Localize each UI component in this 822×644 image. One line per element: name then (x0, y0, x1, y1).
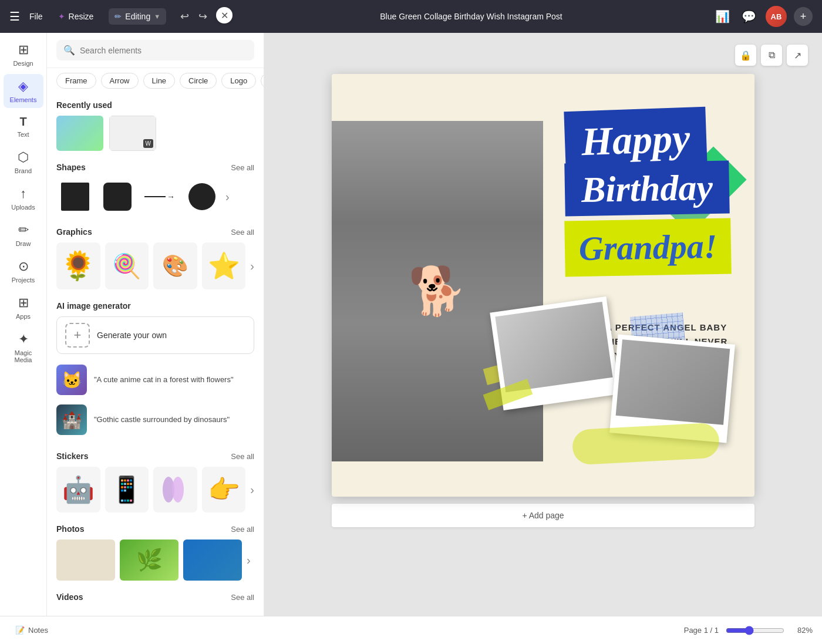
editing-button[interactable]: ✏ Editing ▼ (109, 8, 166, 25)
graphics-section: Graphics See all 🌻 🍭 🎨 ⭐ › (47, 222, 264, 296)
birthday-rect: Birthday (564, 161, 729, 217)
sidebar-item-magic-media[interactable]: ✦ Magic Media (4, 327, 43, 368)
dog-photo[interactable]: 🐕 (332, 121, 543, 461)
w-badge: W (143, 139, 153, 148)
graphic-star[interactable]: ⭐ (202, 242, 246, 289)
sticker-phone[interactable]: 📱 (105, 467, 149, 512)
footer-right: Page 1 / 1 82% (684, 626, 813, 635)
ai-header: AI image generator (56, 301, 254, 311)
magic-icon: ✦ (18, 332, 29, 347)
shapes-see-all[interactable]: See all (231, 163, 254, 172)
chat-icon[interactable]: 💬 (739, 7, 759, 26)
shape-arrow-line[interactable]: → (141, 178, 178, 215)
filter-tags-more[interactable]: › (261, 73, 264, 89)
filter-tag-line[interactable]: Line (143, 73, 176, 89)
happy-birthday-block[interactable]: Happy Birthday Grandpa! (565, 109, 731, 275)
filter-tag-logo[interactable]: Logo (221, 73, 256, 89)
ai-generate-button[interactable]: + Generate your own (56, 316, 254, 354)
search-input[interactable] (80, 46, 247, 55)
ai-prompt-castle[interactable]: 🏰 "Gothic castle surrounded by dinosaurs… (56, 400, 254, 440)
canvas-frame[interactable]: 🐕 Happy Birthday Grandpa! YOU AR (332, 74, 754, 497)
recently-used-row: W (56, 116, 254, 151)
graphic-sunflower[interactable]: 🌻 (56, 242, 100, 289)
resize-button[interactable]: ✦ Resize (52, 8, 100, 25)
uploads-icon: ↑ (20, 186, 26, 201)
ai-prompt-cat[interactable]: 🐱 "A cute anime cat in a forest with flo… (56, 360, 254, 400)
recent-item-white[interactable]: W (109, 116, 156, 151)
main-content: ⊞ Design ◈ Elements T Text ⬡ Brand ↑ Upl… (0, 33, 822, 616)
sticker-oval[interactable] (153, 467, 197, 512)
polaroid-1-photo (495, 302, 612, 392)
sidebar-item-label: Projects (12, 277, 35, 284)
videos-title: Videos (56, 592, 83, 602)
redo-button[interactable]: ↪ (196, 8, 210, 25)
happy-text: Happy (581, 118, 690, 161)
search-bar: 🔍 (47, 33, 264, 68)
page-indicator: Page 1 / 1 (684, 626, 719, 635)
resize-label: Resize (69, 12, 94, 21)
stickers-more-icon[interactable]: › (250, 483, 254, 497)
add-collaborator-button[interactable]: + (794, 7, 813, 26)
grandpa-rect: Grandpa! (564, 218, 732, 277)
graphics-row: 🌻 🍭 🎨 ⭐ › (56, 242, 254, 289)
sidebar-item-brand[interactable]: ⬡ Brand (4, 145, 43, 179)
chart-icon[interactable]: 📊 (713, 7, 732, 26)
shape-circle[interactable] (183, 178, 221, 215)
sticker-robot[interactable]: 🤖 (56, 467, 100, 512)
dog-photo-inner: 🐕 (332, 121, 543, 461)
photos-more-icon[interactable]: › (247, 554, 251, 567)
photos-see-all[interactable]: See all (231, 525, 254, 534)
apps-icon: ⊞ (18, 295, 29, 311)
notes-button[interactable]: 📝 Notes (9, 622, 54, 638)
photo-leaf[interactable]: 🌿 (120, 540, 178, 581)
graphic-pattern[interactable]: 🎨 (153, 242, 197, 289)
filter-tag-frame[interactable]: Frame (56, 73, 96, 89)
lock-button[interactable]: 🔒 (735, 45, 756, 66)
editing-label: Editing (125, 12, 150, 21)
sidebar-item-label: Draw (16, 240, 31, 247)
document-title: Blue Green Collage Birthday Wish Instagr… (239, 12, 703, 21)
export-button[interactable]: ↗ (787, 45, 808, 66)
zoom-slider[interactable] (726, 626, 784, 635)
shape-square[interactable] (56, 178, 94, 215)
duplicate-button[interactable]: ⧉ (761, 45, 782, 66)
photos-row: 🌿 › (56, 540, 254, 581)
filter-tag-arrow[interactable]: Arrow (101, 73, 139, 89)
footer-left: 📝 Notes (9, 622, 54, 638)
menu-icon[interactable]: ☰ (9, 9, 20, 23)
sidebar-item-elements[interactable]: ◈ Elements (4, 74, 43, 108)
add-page-button[interactable]: + Add page (332, 504, 754, 527)
sidebar-item-uploads[interactable]: ↑ Uploads (4, 181, 43, 215)
stickers-section: Stickers See all 🤖 📱 👉 › (47, 447, 264, 520)
shape-rounded-rect[interactable] (99, 178, 136, 215)
photo-blue[interactable] (183, 540, 242, 581)
sidebar-item-text[interactable]: T Text (4, 110, 43, 143)
sidebar-item-label: Magic Media (7, 349, 40, 363)
videos-see-all[interactable]: See all (231, 593, 254, 602)
ai-prompt-text-cat: "A cute anime cat in a forest with flowe… (94, 375, 234, 385)
sticker-pointing[interactable]: 👉 (202, 467, 246, 512)
stickers-see-all[interactable]: See all (231, 452, 254, 461)
sidebar-item-design[interactable]: ⊞ Design (4, 38, 43, 72)
graphics-title: Graphics (56, 227, 92, 237)
file-menu[interactable]: File (29, 12, 43, 21)
projects-icon: ⊙ (18, 259, 29, 274)
sidebar-item-projects[interactable]: ⊙ Projects (4, 254, 43, 288)
graphics-see-all[interactable]: See all (231, 228, 254, 237)
videos-header: Videos See all (56, 592, 254, 602)
graphic-candy[interactable]: 🍭 (105, 242, 149, 289)
photos-header: Photos See all (56, 524, 254, 534)
sidebar-item-draw[interactable]: ✏ Draw (4, 218, 43, 252)
avatar[interactable]: AB (766, 6, 787, 27)
sidebar-item-label: Uploads (11, 204, 35, 211)
grandpa-text: Grandpa! (578, 227, 717, 268)
graphics-more-icon[interactable]: › (250, 259, 254, 273)
filter-tag-circle[interactable]: Circle (180, 73, 217, 89)
search-input-wrap[interactable]: 🔍 (56, 40, 254, 60)
recent-item-landscape[interactable] (56, 116, 103, 151)
undo-button[interactable]: ↩ (178, 8, 191, 25)
photos-title: Photos (56, 524, 84, 534)
photo-beige[interactable] (56, 540, 115, 581)
sidebar-item-apps[interactable]: ⊞ Apps (4, 291, 43, 325)
shapes-more-icon[interactable]: › (225, 190, 230, 204)
